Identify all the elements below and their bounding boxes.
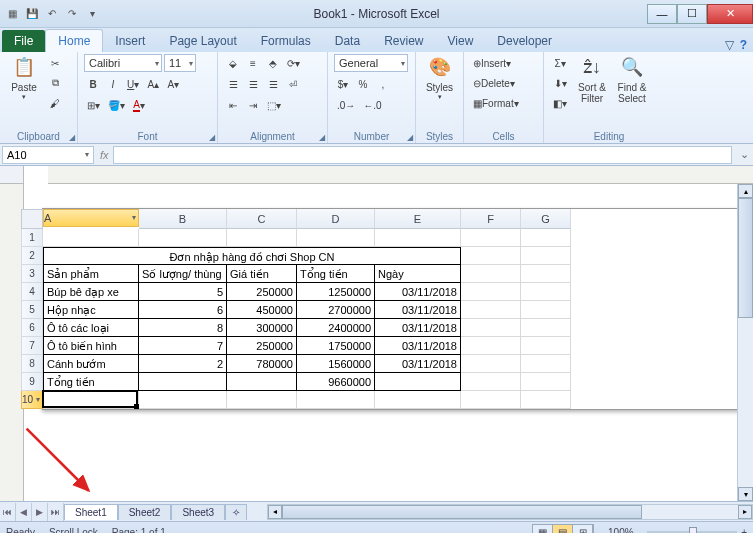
clear-button[interactable]: ◧▾ [550,94,570,112]
zoom-thumb[interactable] [689,527,697,534]
undo-icon[interactable]: ↶ [44,6,60,22]
name-box[interactable]: A10 [2,146,94,164]
cell[interactable] [521,229,571,247]
increase-indent-button[interactable]: ⇥ [244,96,262,114]
cell[interactable]: 450000 [227,301,297,319]
cell[interactable] [139,229,227,247]
cell[interactable] [521,301,571,319]
cell[interactable] [461,355,521,373]
increase-font-button[interactable]: A▴ [144,75,162,93]
redo-icon[interactable]: ↷ [64,6,80,22]
col-header[interactable]: G [521,209,571,229]
cell[interactable] [521,247,571,265]
dialog-launcher-icon[interactable]: ◢ [69,133,75,142]
cell[interactable]: 1750000 [297,337,375,355]
tab-review[interactable]: Review [372,30,435,52]
cell[interactable] [521,283,571,301]
row-header[interactable]: 5 [21,301,43,319]
cell[interactable] [227,229,297,247]
cell[interactable]: 780000 [227,355,297,373]
row-header[interactable]: 2 [21,247,43,265]
orientation-button[interactable]: ⟳▾ [284,54,303,72]
align-right-button[interactable]: ☰ [264,75,282,93]
cell[interactable]: 5 [139,283,227,301]
row-header[interactable]: 6 [21,319,43,337]
cells-grid[interactable]: Đơn nhập hàng đồ chơi Shop CNSản phẩmSố … [43,229,741,409]
number-format-select[interactable]: General [334,54,408,72]
cell[interactable]: Búp bê đạp xe [43,283,139,301]
sort-filter-button[interactable]: ẑ↓Sort & Filter [574,54,610,104]
cell[interactable]: Sản phẩm [43,265,139,283]
col-header[interactable]: D [297,209,375,229]
cell[interactable] [521,319,571,337]
scroll-thumb[interactable] [738,198,753,318]
scroll-right-icon[interactable]: ▸ [738,505,752,519]
tab-page-layout[interactable]: Page Layout [157,30,248,52]
cell[interactable]: Tổng tiền [43,373,139,391]
cell[interactable]: 2 [139,355,227,373]
align-top-button[interactable]: ⬙ [224,54,242,72]
delete-cells-button[interactable]: ⊖ Delete ▾ [470,74,540,92]
cell[interactable] [521,265,571,283]
italic-button[interactable]: I [104,75,122,93]
cell[interactable]: Ô tô biến hình [43,337,139,355]
cell[interactable] [461,247,521,265]
cell[interactable]: 2700000 [297,301,375,319]
align-center-button[interactable]: ☰ [244,75,262,93]
cell[interactable]: Ô tô các loại [43,319,139,337]
fx-icon[interactable]: fx [100,149,109,161]
cell[interactable]: 8 [139,319,227,337]
column-headers[interactable]: A B C D E F G [43,209,741,229]
scroll-thumb[interactable] [282,505,642,519]
cell[interactable] [521,355,571,373]
row-header[interactable]: 1 [21,229,43,247]
row-header[interactable]: 10 [21,391,43,409]
styles-button[interactable]: 🎨Styles▾ [422,54,457,101]
scroll-down-icon[interactable]: ▾ [738,487,753,501]
cell[interactable] [521,337,571,355]
cell[interactable] [461,391,521,409]
cell[interactable]: Giá tiền [227,265,297,283]
row-headers[interactable]: 1 2 3 4 5 6 7 8 9 10 [21,229,43,409]
close-button[interactable]: ✕ [707,4,753,24]
fill-button[interactable]: ⬇▾ [550,74,570,92]
first-sheet-button[interactable]: ⏮ [0,503,16,521]
cell[interactable]: 1250000 [297,283,375,301]
cell[interactable]: 7 [139,337,227,355]
align-bottom-button[interactable]: ⬘ [264,54,282,72]
cell[interactable]: Hộp nhạc [43,301,139,319]
table-title[interactable]: Đơn nhập hàng đồ chơi Shop CN [43,247,461,265]
borders-button[interactable]: ⊞▾ [84,96,103,114]
save-icon[interactable]: 💾 [24,6,40,22]
cell[interactable] [461,229,521,247]
cut-button[interactable]: ✂ [46,54,64,72]
autosum-button[interactable]: Σ▾ [550,54,570,72]
comma-button[interactable]: , [374,75,392,93]
decrease-font-button[interactable]: A▾ [164,75,182,93]
tab-home[interactable]: Home [45,29,103,52]
tab-developer[interactable]: Developer [485,30,564,52]
sheet-tab[interactable]: Sheet1 [64,504,118,520]
cell[interactable]: 9660000 [297,373,375,391]
cell[interactable]: Số lượng/ thùng [139,265,227,283]
col-header[interactable]: B [139,209,227,229]
cell[interactable]: 1560000 [297,355,375,373]
cell[interactable] [43,229,139,247]
cell[interactable] [461,337,521,355]
cell[interactable]: Cánh bướm [43,355,139,373]
cell[interactable] [297,229,375,247]
horizontal-scrollbar[interactable]: ◂ ▸ [267,504,753,520]
font-size-select[interactable]: 11 [164,54,196,72]
cell[interactable]: Ngày [375,265,461,283]
cell[interactable] [521,391,571,409]
cell[interactable] [461,283,521,301]
tab-formulas[interactable]: Formulas [249,30,323,52]
row-header[interactable]: 4 [21,283,43,301]
col-header[interactable]: C [227,209,297,229]
zoom-in-button[interactable]: + [741,527,747,533]
cell[interactable] [43,391,139,409]
last-sheet-button[interactable]: ⏭ [48,503,64,521]
row-header[interactable]: 9 [21,373,43,391]
cell[interactable] [297,391,375,409]
cell[interactable] [521,373,571,391]
